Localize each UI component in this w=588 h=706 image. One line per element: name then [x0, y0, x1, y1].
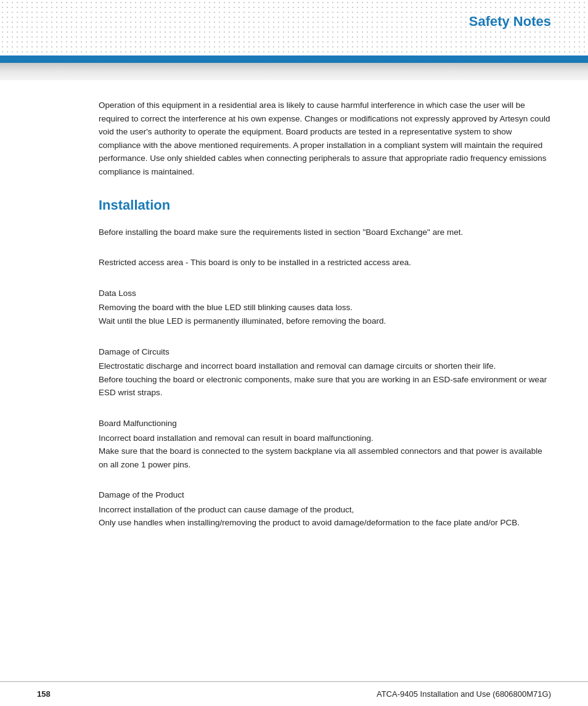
damage-circuits-block: Damage of Circuits Electrostatic dischar… — [99, 345, 551, 400]
damage-circuits-line1: Electrostatic discharge and incorrect bo… — [99, 361, 496, 371]
data-loss-block: Data Loss Removing the board with the bl… — [99, 287, 551, 328]
footer-document-title: ATCA-9405 Installation and Use (6806800M… — [377, 689, 551, 699]
footer: 158 ATCA-9405 Installation and Use (6806… — [0, 681, 588, 706]
data-loss-line1: Removing the board with the blue LED sti… — [99, 303, 353, 312]
data-loss-line2: Wait until the blue LED is permanently i… — [99, 316, 386, 326]
installation-para-2-text: Restricted access area - This board is o… — [99, 258, 411, 267]
damage-product-line1: Incorrect installation of the product ca… — [99, 505, 354, 514]
installation-para-1: Before installing the board make sure th… — [99, 226, 551, 239]
damage-circuits-line2: Before touching the board or electronic … — [99, 375, 547, 398]
damage-product-label: Damage of the Product — [99, 488, 551, 502]
installation-section-title: Installation — [99, 197, 551, 213]
main-content: Operation of this equipment in a residen… — [0, 80, 588, 572]
damage-circuits-label: Damage of Circuits — [99, 345, 551, 359]
header: Safety Notes — [0, 0, 588, 55]
blue-divider-bar — [0, 55, 588, 63]
intro-paragraph: Operation of this equipment in a residen… — [99, 99, 551, 179]
footer-page-number: 158 — [37, 689, 51, 699]
board-malfunctioning-line1: Incorrect board installation and removal… — [99, 433, 374, 443]
installation-content: Before installing the board make sure th… — [99, 226, 551, 530]
gray-decorative-bar — [0, 63, 588, 80]
board-malfunctioning-block: Board Malfunctioning Incorrect board ins… — [99, 417, 551, 471]
damage-product-line2: Only use handles when installing/removin… — [99, 518, 520, 527]
damage-product-block: Damage of the Product Incorrect installa… — [99, 488, 551, 530]
data-loss-label: Data Loss — [99, 287, 551, 300]
board-malfunctioning-label: Board Malfunctioning — [99, 417, 551, 430]
installation-para-2: Restricted access area - This board is o… — [99, 256, 551, 269]
page-title: Safety Notes — [469, 14, 551, 30]
installation-para-1-text: Before installing the board make sure th… — [99, 228, 463, 237]
board-malfunctioning-line2: Make sure that the board is connected to… — [99, 446, 542, 469]
